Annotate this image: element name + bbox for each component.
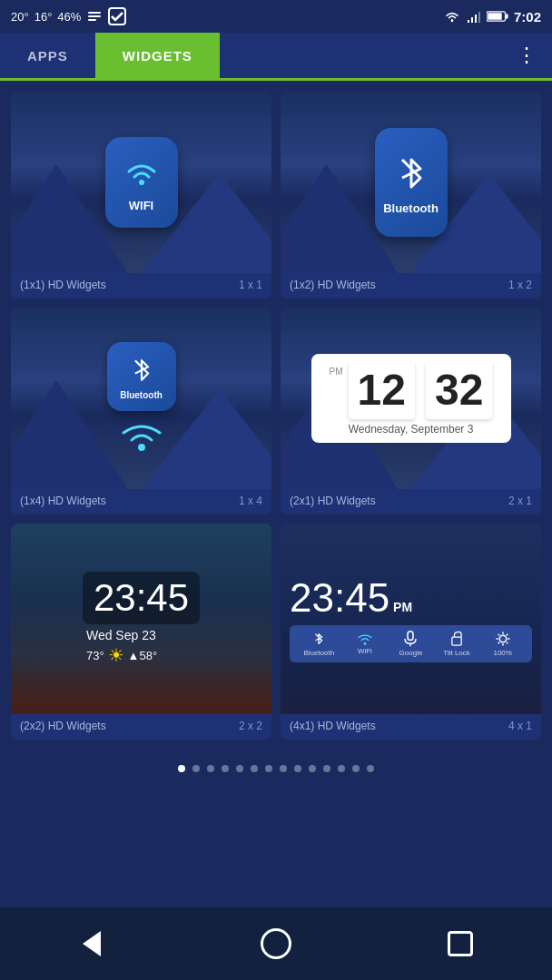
temp1-text: 20° <box>11 10 29 24</box>
widget-card-wifi-1x1[interactable]: WIFI (1x1) HD Widgets 1 x 1 <box>11 92 271 299</box>
pagination-dots <box>0 750 552 781</box>
widget-label-row: (2x2) HD Widgets 2 x 2 <box>11 714 271 740</box>
wifi-status-icon <box>443 9 461 24</box>
widget-label-text: (1x4) HD Widgets <box>20 495 106 507</box>
battery-pct-text: 46% <box>57 10 81 24</box>
big-clock-widget: 23:45 PM Bluetooth <box>281 568 541 670</box>
recents-icon <box>448 931 473 956</box>
check-icon <box>108 7 126 25</box>
svg-rect-8 <box>478 12 480 23</box>
toggle-brightness-label: 100% <box>493 649 511 657</box>
battery-status-icon <box>487 10 508 23</box>
svg-rect-15 <box>408 632 413 641</box>
status-bar: 20° 16° 46% <box>0 0 552 33</box>
svg-line-25 <box>498 642 499 644</box>
svg-line-23 <box>498 634 499 636</box>
nav-back-button[interactable] <box>69 921 114 966</box>
dot-8[interactable] <box>294 765 301 772</box>
dot-11[interactable] <box>338 765 345 772</box>
quick-toggle-row: Bluetooth WiFi <box>290 625 532 662</box>
bluetooth-icon-container: Bluetooth <box>375 128 448 237</box>
dot-0[interactable] <box>178 765 185 772</box>
bluetooth-sm-icon <box>128 354 155 387</box>
tab-apps[interactable]: APPS <box>0 33 95 78</box>
clock-date: Wednesday, September 3 <box>349 423 474 436</box>
wifi-preview-icon <box>114 418 169 455</box>
widget-card-big-clock[interactable]: 23:45 PM Bluetooth <box>281 524 541 740</box>
widget-size-text: 2 x 2 <box>239 720 262 732</box>
widget-grid: WIFI (1x1) HD Widgets 1 x 1 Bluetooth (1… <box>0 81 552 750</box>
bt-wifi-stack: Bluetooth <box>107 342 176 455</box>
bluetooth-label-text: Bluetooth <box>383 201 439 215</box>
dot-1[interactable] <box>192 765 200 772</box>
svg-rect-5 <box>468 20 469 23</box>
bt-sm-label: Bluetooth <box>120 390 163 400</box>
flip-mins: 32 <box>426 361 492 420</box>
big-pm-text: PM <box>393 600 412 622</box>
widget-label-text: (1x2) HD Widgets <box>290 279 376 291</box>
widget-preview-flip-clock: PM 12 32 Wednesday, September 3 <box>281 308 541 489</box>
dot-3[interactable] <box>222 765 229 772</box>
dot-13[interactable] <box>367 765 374 772</box>
time-text: 7:02 <box>514 9 541 24</box>
widget-label-row: (2x1) HD Widgets 2 x 1 <box>281 489 541 514</box>
toggle-bt-label: Bluetooth <box>303 649 334 657</box>
wifi-icon-container: WIFI <box>105 137 178 228</box>
toggle-google-label: Google <box>399 649 423 657</box>
dot-10[interactable] <box>323 765 330 772</box>
tab-bar: APPS WIDGETS ⋮ <box>0 33 552 78</box>
toggle-wifi-label: WiFi <box>358 647 372 655</box>
widget-card-bluetooth-1x2[interactable]: Bluetooth (1x2) HD Widgets 1 x 2 <box>281 92 541 299</box>
toggle-wifi-icon <box>357 632 373 645</box>
nav-recents-button[interactable] <box>438 921 483 966</box>
widget-card-bluetooth-1x4[interactable]: Bluetooth (1x4) HD Widgets 1 x 4 <box>11 308 271 514</box>
tab-widgets[interactable]: WIDGETS <box>95 33 220 78</box>
widget-label-text: (2x1) HD Widgets <box>290 495 376 507</box>
widget-size-text: 4 x 1 <box>508 720 532 732</box>
toggle-bluetooth: Bluetooth <box>297 631 341 657</box>
widget-label-row: (1x4) HD Widgets 1 x 4 <box>11 489 271 514</box>
widget-card-flip-clock[interactable]: PM 12 32 Wednesday, September 3 (2x1) HD… <box>281 308 541 514</box>
dot-2[interactable] <box>207 765 214 772</box>
dot-12[interactable] <box>352 765 360 772</box>
widget-preview-bt-wifi: Bluetooth <box>11 308 271 489</box>
svg-rect-2 <box>88 19 96 21</box>
wifi-label: WIFI <box>129 199 153 212</box>
status-right: 7:02 <box>443 9 541 24</box>
widget-size-text: 1 x 4 <box>239 495 262 507</box>
dot-9[interactable] <box>309 765 316 772</box>
svg-rect-6 <box>471 17 473 23</box>
back-icon <box>83 931 101 956</box>
svg-rect-7 <box>475 15 477 23</box>
flip-hours: 12 <box>349 361 415 420</box>
wifi-icon <box>122 153 162 193</box>
dot-4[interactable] <box>236 765 243 772</box>
home-icon <box>261 928 291 959</box>
widget-size-text: 1 x 1 <box>239 279 262 291</box>
toggle-google: Google <box>389 631 433 657</box>
dot-7[interactable] <box>280 765 287 772</box>
tab-menu-button[interactable]: ⋮ <box>517 33 552 78</box>
widget-label-text: (4x1) HD Widgets <box>290 720 376 732</box>
dot-6[interactable] <box>265 765 272 772</box>
dig-date: Wed Sep 23 <box>83 628 156 642</box>
widget-card-digital-clock[interactable]: 23:45 Wed Sep 23 73° ☀ ▲58° (2x2) HD Wid… <box>11 524 271 740</box>
svg-rect-3 <box>109 8 125 24</box>
dot-5[interactable] <box>251 765 258 772</box>
toggle-sun-icon <box>495 631 511 647</box>
signal-icon <box>467 9 481 24</box>
widget-preview-big-clock: 23:45 PM Bluetooth <box>281 524 541 714</box>
widget-preview-wifi: WIFI <box>11 92 271 273</box>
toggle-bt-icon <box>310 631 327 647</box>
svg-rect-1 <box>88 15 101 17</box>
widget-label-row: (4x1) HD Widgets 4 x 1 <box>281 714 541 740</box>
widget-label-text: (1x1) HD Widgets <box>20 279 106 291</box>
dig-time: 23:45 <box>83 572 200 624</box>
nav-home-button[interactable] <box>253 921 299 966</box>
digital-clock: 23:45 Wed Sep 23 73° ☀ ▲58° <box>74 563 209 675</box>
toggle-wifi: WiFi <box>343 632 388 655</box>
toggle-lock-icon <box>449 631 464 647</box>
pm-label: PM <box>330 367 343 377</box>
temp2-text: 16° <box>34 10 53 24</box>
dig-temp: 73° ☀ ▲58° <box>83 644 157 666</box>
